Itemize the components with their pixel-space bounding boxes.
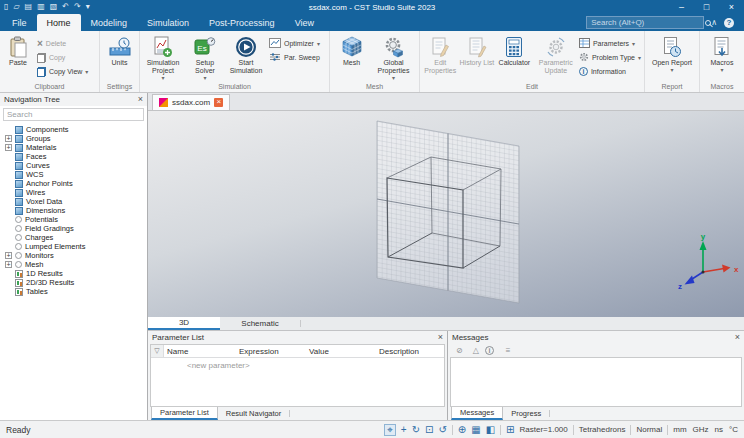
tree-item-monitors[interactable]: +Monitors: [0, 251, 147, 260]
edit-properties-button[interactable]: Edit Properties: [421, 34, 460, 75]
copy-button[interactable]: Copy: [35, 51, 90, 64]
parametric-update-button[interactable]: Parametric Update: [535, 34, 577, 75]
unit-frequency[interactable]: GHz: [693, 425, 709, 434]
optimizer-button[interactable]: Optimizer ▾: [267, 37, 322, 50]
tree-item-potentials[interactable]: Potentials: [0, 215, 147, 224]
expand-icon[interactable]: +: [5, 252, 12, 259]
tree-item-materials[interactable]: +Materials: [0, 143, 147, 152]
maximize-button[interactable]: □: [694, 0, 719, 14]
redo-icon[interactable]: ↷: [74, 3, 81, 11]
tab-view[interactable]: View: [285, 14, 324, 31]
simulation-project-button[interactable]: Simulation Project ▾: [141, 34, 185, 82]
search-input[interactable]: [591, 18, 701, 27]
close-icon[interactable]: ×: [438, 333, 443, 342]
pan-icon[interactable]: +: [401, 425, 407, 435]
global-properties-button[interactable]: Global Properties ▾: [371, 34, 417, 82]
tree-item-curves[interactable]: Curves: [0, 161, 147, 170]
new-file-icon[interactable]: ▯: [4, 3, 8, 11]
error-filter-icon[interactable]: ⊘: [452, 347, 467, 355]
tree-item-groups[interactable]: +Groups: [0, 134, 147, 143]
tree-item-anchor-points[interactable]: Anchor Points: [0, 179, 147, 188]
tree-item-2d-3d-results[interactable]: 2D/3D Results: [0, 278, 147, 287]
tree-item-wires[interactable]: Wires: [0, 188, 147, 197]
macros-button[interactable]: Macros ▾: [702, 34, 742, 74]
tree-item-1d-results[interactable]: 1D Results: [0, 269, 147, 278]
zoom-window-icon[interactable]: ⊡: [425, 425, 433, 435]
open-report-button[interactable]: Open Report ▾: [650, 34, 694, 74]
export-icon[interactable]: ▧: [50, 3, 58, 11]
message-list-icon[interactable]: ≡: [496, 347, 515, 355]
parameters-button[interactable]: Parameters ▾: [577, 37, 643, 50]
tab-progress[interactable]: Progress: [503, 407, 549, 420]
help-icon[interactable]: ?: [724, 18, 734, 28]
arrange-windows-icon[interactable]: ▦: [471, 425, 480, 435]
info-filter-icon[interactable]: i: [485, 346, 494, 355]
tree-item-components[interactable]: Components: [0, 125, 147, 134]
tab-3d[interactable]: 3D: [148, 317, 220, 330]
zoom-fit-icon[interactable]: ⌖: [384, 424, 396, 436]
tree-item-lumped-elements[interactable]: Lumped Elements: [0, 242, 147, 251]
undo-icon[interactable]: ↶: [62, 3, 69, 11]
tree-item-faces[interactable]: Faces: [0, 152, 147, 161]
calculator-button[interactable]: Calculator: [494, 34, 534, 67]
search-icon[interactable]: [705, 20, 711, 26]
qat-more-icon[interactable]: ▾: [86, 3, 90, 11]
tree-item-tables[interactable]: Tables: [0, 287, 147, 296]
expand-icon[interactable]: +: [5, 261, 12, 268]
save-all-icon[interactable]: ▥: [37, 3, 45, 11]
problem-type-button[interactable]: Problem Type ▾: [577, 51, 643, 64]
unit-temperature[interactable]: °C: [729, 425, 738, 434]
expand-icon[interactable]: +: [5, 144, 12, 151]
minimize-button[interactable]: –: [669, 0, 694, 14]
information-button[interactable]: i Information: [577, 65, 643, 78]
copy-view-button[interactable]: Copy View ▾: [35, 65, 90, 78]
tab-simulation[interactable]: Simulation: [137, 14, 199, 31]
cube-view-icon[interactable]: ◧: [486, 425, 495, 435]
history-list-button[interactable]: History List: [460, 34, 495, 67]
close-icon[interactable]: ×: [138, 95, 143, 104]
par-sweep-button[interactable]: Par. Sweep: [267, 51, 322, 64]
tab-post-processing[interactable]: Post-Processing: [199, 14, 285, 31]
zoom-in-icon[interactable]: ⊕: [458, 425, 466, 435]
tab-result-navigator[interactable]: Result Navigator: [218, 407, 289, 420]
tree-item-voxel-data[interactable]: Voxel Data: [0, 197, 147, 206]
tree-search-input[interactable]: [3, 108, 144, 121]
3d-viewport[interactable]: y x z: [148, 111, 744, 317]
raster-setting[interactable]: Raster=1.000: [519, 425, 567, 434]
document-tab[interactable]: ssdax.com ×: [152, 94, 230, 110]
tree-item-dimensions[interactable]: Dimensions: [0, 206, 147, 215]
tree-item-wcs[interactable]: WCS: [0, 170, 147, 179]
close-icon[interactable]: ×: [735, 333, 740, 342]
filter-icon[interactable]: ▽: [151, 345, 164, 357]
tab-file[interactable]: File: [2, 14, 37, 31]
paste-button[interactable]: Paste: [1, 34, 35, 67]
tab-messages[interactable]: Messages: [451, 407, 503, 420]
spin-icon[interactable]: ↺: [438, 425, 446, 435]
close-button[interactable]: ×: [719, 0, 744, 14]
tab-home[interactable]: Home: [37, 14, 81, 31]
tree-item-field-gradings[interactable]: Field Gradings: [0, 224, 147, 233]
tab-modeling[interactable]: Modeling: [81, 14, 138, 31]
mesh-type-setting[interactable]: Tetrahedrons: [579, 425, 626, 434]
mesh-view-button[interactable]: Mesh: [333, 34, 371, 67]
open-file-icon[interactable]: ▱: [13, 3, 19, 11]
unit-time[interactable]: ns: [715, 425, 723, 434]
start-simulation-button[interactable]: Start Simulation: [225, 34, 267, 75]
expand-icon[interactable]: +: [5, 135, 12, 142]
ribbon-search[interactable]: [586, 16, 704, 29]
units-button[interactable]: Units: [102, 34, 138, 67]
tab-parameter-list[interactable]: Parameter List: [151, 407, 218, 420]
tree-item-mesh[interactable]: +Mesh: [0, 260, 147, 269]
new-parameter-row[interactable]: <new parameter>: [151, 358, 444, 370]
unit-length[interactable]: mm: [673, 425, 686, 434]
external-view-icon[interactable]: ⊞: [506, 425, 514, 435]
delete-button[interactable]: × Delete: [35, 37, 90, 50]
tree-item-charges[interactable]: Charges: [0, 233, 147, 242]
warning-filter-icon[interactable]: △: [469, 347, 483, 355]
save-icon[interactable]: ▤: [25, 3, 33, 11]
setup-solver-button[interactable]: Es Setup Solver ▾: [185, 34, 225, 82]
tab-close-icon[interactable]: ×: [214, 98, 223, 107]
tab-schematic[interactable]: Schematic: [220, 317, 300, 330]
mode-setting[interactable]: Normal: [636, 425, 662, 434]
rotate-icon[interactable]: ↻: [412, 425, 420, 435]
